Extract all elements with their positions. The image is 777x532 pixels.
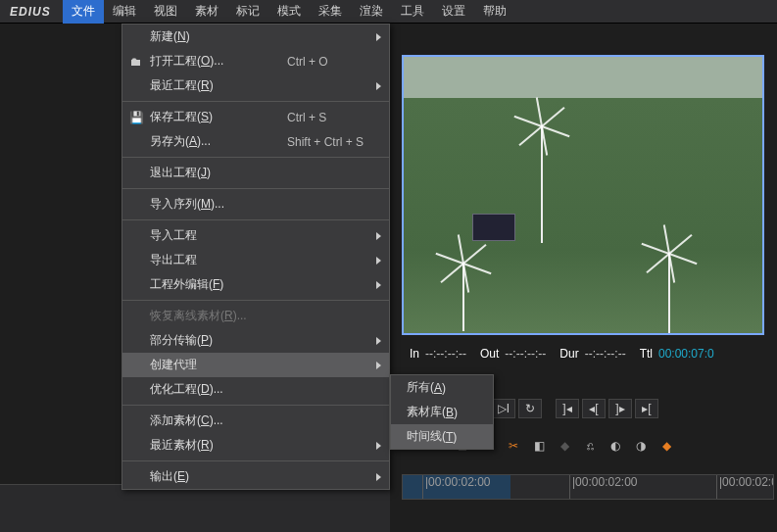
ruler-tick: |00:00:02:00 — [569, 475, 638, 499]
menu-item-label: 输出(E) — [150, 468, 287, 485]
submenu-arrow-icon — [376, 257, 381, 265]
menu-item[interactable]: 输出(E) — [122, 464, 389, 489]
mark-out-button[interactable]: ▸[ — [635, 399, 658, 418]
menubar-item[interactable]: 标记 — [227, 0, 268, 24]
create-proxy-submenu: 所有(A)素材库(B)时间线(T) — [390, 374, 494, 450]
submenu-arrow-icon — [376, 33, 381, 41]
menu-item[interactable]: 退出工程(J) — [122, 161, 389, 185]
out-value: --:--:--:-- — [505, 347, 546, 361]
ttl-label: Ttl — [640, 347, 653, 361]
menu-item-label: 打开工程(O)... — [150, 53, 287, 70]
windmill-graphic — [462, 263, 464, 331]
menu-item-shortcut: Shift + Ctrl + S — [287, 135, 389, 149]
goto-out-button[interactable]: ]▸ — [608, 399, 632, 418]
submenu-arrow-icon — [376, 473, 381, 481]
menu-item-label: 部分传输(P) — [150, 332, 287, 349]
tool-icon[interactable]: ◆ — [555, 437, 574, 455]
menu-item-label: 优化工程(D)... — [150, 381, 287, 398]
submenu-arrow-icon — [376, 442, 381, 450]
ruler-tick: |00:00:02:00 — [422, 475, 491, 499]
menubar-item[interactable]: 工具 — [392, 0, 433, 24]
preview-panel: In --:--:--:-- Out --:--:--:-- Dur --:--… — [390, 24, 777, 532]
loop-button[interactable]: ↻ — [518, 399, 542, 418]
menu-item-label: 导出工程 — [150, 252, 287, 268]
goto-in-button[interactable]: ◂[ — [582, 399, 606, 418]
menubar-item[interactable]: 素材 — [186, 0, 227, 24]
preview-monitor[interactable] — [402, 55, 764, 335]
menu-item-shortcut: Ctrl + O — [287, 55, 389, 69]
tool-icon[interactable]: ⎌ — [580, 437, 600, 455]
menubar-item[interactable]: 采集 — [310, 0, 351, 24]
submenu-arrow-icon — [376, 362, 381, 369]
tool-icon[interactable]: ◑ — [631, 437, 651, 455]
menu-item-label: 退出工程(J) — [150, 165, 287, 181]
ruler-tick: |00:00:02:00 — [716, 475, 774, 499]
menubar: EDIUS 文件编辑视图素材标记模式采集渲染工具设置帮助 — [0, 0, 777, 24]
submenu-item[interactable]: 所有(A) — [391, 375, 493, 400]
submenu-arrow-icon — [376, 337, 381, 345]
submenu-arrow-icon — [376, 232, 381, 240]
in-label: In — [410, 347, 419, 361]
dur-label: Dur — [559, 347, 578, 361]
windmill-graphic — [541, 125, 543, 243]
menu-item-label: 最近工程(R) — [150, 77, 287, 94]
menu-item[interactable]: 导出工程 — [122, 248, 389, 272]
out-label: Out — [480, 347, 499, 361]
tool-icon[interactable]: ◐ — [606, 437, 625, 455]
menu-item[interactable]: 工程外编辑(F) — [122, 272, 389, 297]
next-clip-button[interactable]: ▷I — [492, 399, 515, 418]
app-brand: EDIUS — [10, 5, 51, 19]
menu-item-label: 保存工程(S) — [150, 109, 287, 125]
submenu-item[interactable]: 素材库(B) — [391, 400, 493, 424]
menu-item[interactable]: 🖿打开工程(O)...Ctrl + O — [122, 49, 389, 73]
menu-item-label: 工程外编辑(F) — [150, 276, 287, 293]
submenu-item[interactable]: 时间线(T) — [391, 424, 493, 449]
menu-item: 恢复离线素材(R)... — [122, 304, 389, 328]
timecode-row: In --:--:--:-- Out --:--:--:-- Dur --:--… — [402, 343, 764, 364]
solar-panel-graphic — [472, 214, 515, 241]
open-icon: 🖿 — [122, 55, 150, 69]
save-icon: 💾 — [122, 111, 150, 124]
menubar-item[interactable]: 编辑 — [104, 0, 145, 24]
menu-item[interactable]: 最近工程(R) — [122, 73, 389, 98]
menubar-item[interactable]: 视图 — [145, 0, 186, 24]
menu-item[interactable]: 创建代理 — [122, 353, 389, 377]
menu-item-label: 导入工程 — [150, 227, 287, 244]
mark-in-button[interactable]: ]◂ — [556, 399, 579, 418]
menu-item-label: 最近素材(R) — [150, 437, 287, 454]
preview-image — [404, 57, 762, 333]
menu-item-label: 恢复离线素材(R)... — [150, 308, 287, 324]
menubar-item[interactable]: 渲染 — [351, 0, 392, 24]
menu-item[interactable]: 部分传输(P) — [122, 328, 389, 353]
menu-item[interactable]: 💾保存工程(S)Ctrl + S — [122, 105, 389, 129]
file-menu-dropdown: 新建(N)🖿打开工程(O)...Ctrl + O最近工程(R)💾保存工程(S)C… — [121, 24, 390, 490]
menubar-item[interactable]: 设置 — [433, 0, 474, 24]
marker-tool-icon[interactable]: ◆ — [656, 437, 676, 455]
menu-item[interactable]: 导入序列(M)... — [122, 192, 389, 217]
in-value: --:--:--:-- — [425, 347, 466, 361]
menu-item-label: 导入序列(M)... — [150, 196, 287, 213]
windmill-graphic — [668, 253, 670, 335]
menu-item[interactable]: 添加素材(C)... — [122, 409, 389, 433]
ttl-value: 00:00:07:0 — [658, 347, 714, 361]
menu-item-label: 添加素材(C)... — [150, 412, 287, 429]
menu-item-shortcut: Ctrl + S — [287, 111, 389, 124]
tool-icon[interactable]: ◧ — [529, 437, 549, 455]
menu-item-label: 创建代理 — [150, 357, 287, 373]
cut-tool-icon[interactable]: ✂ — [504, 437, 523, 455]
menu-item[interactable]: 新建(N) — [122, 24, 389, 49]
menu-item-label: 新建(N) — [150, 28, 287, 45]
menu-item-label: 另存为(A)... — [150, 133, 287, 150]
menu-item[interactable]: 导入工程 — [122, 223, 389, 248]
menu-item[interactable]: 优化工程(D)... — [122, 377, 389, 402]
menu-item[interactable]: 最近素材(R) — [122, 433, 389, 458]
submenu-arrow-icon — [376, 82, 381, 90]
timeline-ruler[interactable]: |00:00:02:00|00:00:02:00|00:00:02:00 — [402, 474, 774, 500]
submenu-arrow-icon — [376, 281, 381, 289]
timeline-area[interactable] — [0, 484, 390, 532]
dur-value: --:--:--:-- — [585, 347, 626, 361]
menubar-item[interactable]: 帮助 — [474, 0, 515, 24]
menu-item[interactable]: 另存为(A)...Shift + Ctrl + S — [122, 129, 389, 154]
menubar-item[interactable]: 模式 — [268, 0, 310, 24]
menubar-item[interactable]: 文件 — [63, 0, 104, 24]
